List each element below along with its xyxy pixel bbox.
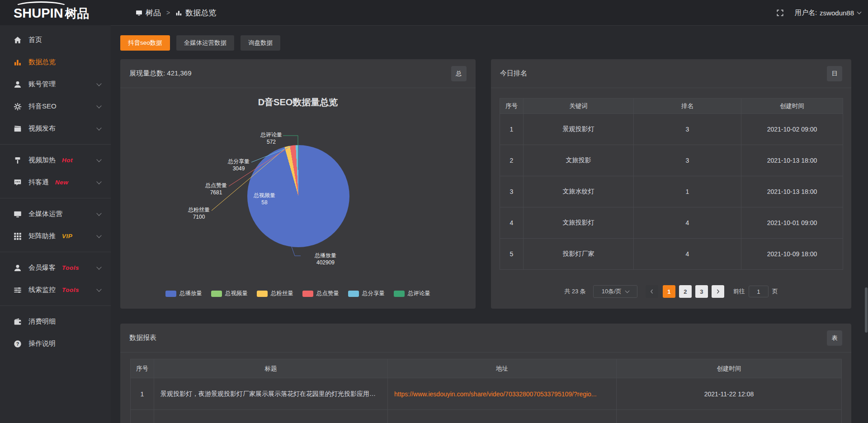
site-icon <box>136 9 142 16</box>
pie-label-3: 总粉丝量7100 <box>174 206 224 221</box>
sidebar-item-instructions[interactable]: ?操作说明 <box>0 333 111 355</box>
column-header: 排名 <box>634 99 741 114</box>
sidebar-item-data-overview[interactable]: 数据总览 <box>0 51 111 73</box>
next-page-button[interactable] <box>712 285 724 298</box>
chevron-down-icon <box>96 157 101 162</box>
report-toggle-button[interactable]: 表 <box>827 330 842 346</box>
sidebar-item-clue-monitor[interactable]: 线索监控Tools <box>0 279 111 301</box>
legend-item[interactable]: 总分享量 <box>348 290 385 297</box>
scrollbar-thumb[interactable] <box>865 287 868 333</box>
column-header: 序号 <box>131 359 154 378</box>
ranking-cell: 4 <box>500 207 524 239</box>
breadcrumb-site[interactable]: 树品 <box>136 8 161 18</box>
ranking-panel-head: 今日排名 日 <box>491 59 851 88</box>
sidebar-item-label: 全媒体运营 <box>28 210 62 218</box>
sidebar-item-badge: Hot <box>62 157 73 164</box>
legend-item[interactable]: 总视频量 <box>211 290 248 297</box>
video-link[interactable]: https://www.iesdouyin.com/share/video/70… <box>394 390 597 398</box>
sidebar-item-label: 线索监控 <box>28 286 56 294</box>
page-button-3[interactable]: 3 <box>695 285 708 298</box>
pie-label-value: 3049 <box>214 165 264 172</box>
ranking-cell: 文旅水纹灯 <box>524 176 634 207</box>
pie-label-4: 总点赞量7681 <box>191 182 241 196</box>
goto-label: 前往 <box>733 287 745 296</box>
user-menu[interactable]: 用户名: zswodun88 <box>795 9 861 17</box>
ranking-toggle-button[interactable]: 日 <box>827 66 842 81</box>
sidebar-item-label: 首页 <box>28 36 42 44</box>
sidebar-item-douketong[interactable]: 抖客通New <box>0 171 111 193</box>
breadcrumb-site-label: 树品 <box>146 8 161 18</box>
page-size-select[interactable]: 10条/页 <box>593 285 637 298</box>
sidebar-item-label: 矩阵助推 <box>28 232 56 240</box>
ranking-cell: 投影灯厂家 <box>524 239 634 270</box>
column-header: 关键词 <box>524 99 634 114</box>
username: zswodun88 <box>820 9 854 17</box>
ranking-row: 2文旅投影32021-10-13 18:00 <box>500 145 843 176</box>
sidebar-item-video-heat[interactable]: 视频加热Hot <box>0 149 111 171</box>
fullscreen-icon[interactable] <box>776 9 784 17</box>
sidebar-item-consumption-detail[interactable]: 消费明细 <box>0 310 111 333</box>
tab-1[interactable]: 抖音seo数据 <box>120 35 170 51</box>
heat-icon <box>14 156 22 164</box>
logo-text-cn: 树品 <box>65 7 90 20</box>
sidebar-divider <box>0 252 111 252</box>
ranking-row: 3文旅水纹灯12021-10-13 18:00 <box>500 176 843 207</box>
legend-label: 总播放量 <box>179 290 202 297</box>
breadcrumb: 树品 > 数据总览 <box>136 0 216 25</box>
logo-text-en: SHUPIN <box>14 6 63 20</box>
breadcrumb-page[interactable]: 数据总览 <box>175 8 216 18</box>
sidebar-item-matrix-boost[interactable]: 矩阵助推VIP <box>0 225 111 247</box>
pagination: 共 23 条 10条/页 1 2 3 前往 页 <box>491 285 851 298</box>
topbar-right: 用户名: zswodun88 <box>776 0 861 25</box>
breadcrumb-separator: > <box>166 9 170 16</box>
tab-3[interactable]: 询盘数据 <box>241 35 280 51</box>
sidebar-item-account-management[interactable]: 账号管理 <box>0 73 111 95</box>
page-button-1[interactable]: 1 <box>663 285 675 298</box>
goto-page-input[interactable] <box>749 286 769 297</box>
sidebar-item-douyin-seo[interactable]: 抖音SEO <box>0 95 111 118</box>
overview-panel-title: 展现量总数: 421,369 <box>129 69 192 78</box>
legend-item[interactable]: 总评论量 <box>394 290 430 297</box>
main-content: 抖音seo数据全媒体运营数据询盘数据 展现量总数: 421,369 总 D音SE… <box>111 25 868 423</box>
ranking-cell: 2 <box>500 145 524 176</box>
report-table-wrap: 序号标题地址创建时间1景观投影灯，夜游景观投影灯厂家展示展示落花灯在花园里的灯光… <box>130 359 841 423</box>
ranking-cell: 2021-10-09 18:00 <box>741 239 843 270</box>
panels-row: 展现量总数: 421,369 总 D音SEO数据量总览 总播放量402909总视… <box>120 59 868 309</box>
ranking-cell: 3 <box>634 145 741 176</box>
report-panel-head: 数据报表 表 <box>120 324 851 352</box>
ranking-cell: 4 <box>634 239 741 270</box>
report-table: 序号标题地址创建时间1景观投影灯，夜游景观投影灯厂家展示展示落花灯在花园里的灯光… <box>130 359 842 423</box>
sidebar-item-media-operation[interactable]: 全媒体运营 <box>0 203 111 225</box>
overview-toggle-button[interactable]: 总 <box>451 66 467 81</box>
pie-label-2: 总视频量58 <box>240 192 289 206</box>
page-button-2[interactable]: 2 <box>679 285 692 298</box>
gear-icon <box>14 103 22 111</box>
sidebar-item-home[interactable]: 首页 <box>0 29 111 51</box>
legend-item[interactable]: 总粉丝量 <box>257 290 293 297</box>
legend-swatch <box>348 291 359 297</box>
pie-label-value: 572 <box>246 138 296 146</box>
pie-chart-area: D音SEO数据量总览 总播放量402909总视频量58总粉丝量7100总点赞量7… <box>120 88 476 308</box>
legend-item[interactable]: 总点赞量 <box>302 290 339 297</box>
prev-page-button[interactable] <box>646 285 658 298</box>
ranking-row: 4文旅投影灯42021-10-01 09:00 <box>500 207 843 239</box>
legend-item[interactable]: 总播放量 <box>165 290 202 297</box>
logo-text: SHUPIN树品 <box>14 5 90 22</box>
sidebar-item-label: 视频加热 <box>28 156 56 164</box>
pie-label-name: 总评论量 <box>246 131 296 138</box>
topbar: SHUPIN树品 树品 > 数据总览 用户名: zswodun88 <box>0 0 868 25</box>
sidebar-item-label: 消费明细 <box>28 317 56 326</box>
sidebar-item-member-baoke[interactable]: 会员爆客Tools <box>0 257 111 279</box>
ranking-row: 1景观投影灯32021-10-02 09:00 <box>500 114 843 145</box>
ranking-table: 序号关键词排名创建时间1景观投影灯32021-10-02 09:002文旅投影3… <box>500 98 843 270</box>
report-cell-time: 2021-11-22 12:08 <box>617 378 842 410</box>
report-row-partial <box>131 410 842 423</box>
report-row: 1景观投影灯，夜游景观投影灯厂家展示展示落花灯在花园里的灯光投影应用效果 #ht… <box>131 378 842 410</box>
page-scrollbar <box>864 25 868 423</box>
pie-label-5: 总分享量3049 <box>214 158 264 172</box>
chat-icon <box>14 179 22 187</box>
sidebar-item-video-publish[interactable]: 视频发布 <box>0 118 111 140</box>
tab-2[interactable]: 全媒体运营数据 <box>176 35 235 51</box>
ranking-cell: 1 <box>634 176 741 207</box>
table-header-row: 序号标题地址创建时间 <box>131 359 842 378</box>
